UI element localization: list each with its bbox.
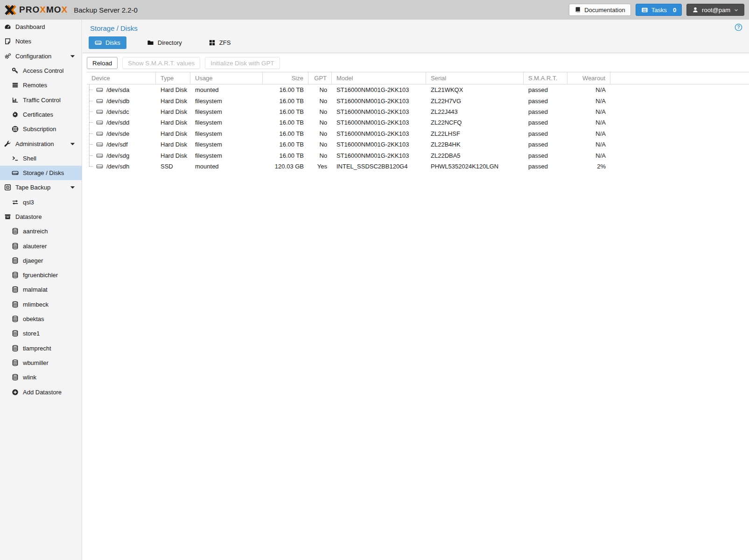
sidebar-item-configuration[interactable]: Configuration bbox=[0, 49, 82, 63]
sidebar-item-obektas[interactable]: obektas bbox=[0, 312, 82, 326]
database-icon bbox=[11, 315, 19, 322]
tab-label: Disks bbox=[105, 39, 120, 46]
table-row-dev-sdg[interactable]: /dev/sdgHard Diskfilesystem16.00 TBNoST1… bbox=[87, 150, 749, 161]
database-icon bbox=[11, 257, 19, 264]
brand-letter: MO bbox=[46, 5, 62, 14]
cell-serial: ZL22H7VG bbox=[426, 95, 524, 106]
chevron-down-icon[interactable] bbox=[69, 184, 76, 191]
sidebar-item-malmalat[interactable]: malmalat bbox=[0, 282, 82, 297]
cell-type: Hard Disk bbox=[156, 84, 190, 95]
table-row-dev-sde[interactable]: /dev/sdeHard Diskfilesystem16.00 TBNoST1… bbox=[87, 128, 749, 139]
table-row-dev-sdf[interactable]: /dev/sdfHard Diskfilesystem16.00 TBNoST1… bbox=[87, 139, 749, 150]
sidebar-item-notes[interactable]: Notes bbox=[0, 34, 82, 49]
table-row-dev-sdb[interactable]: /dev/sdbHard Diskfilesystem16.00 TBNoST1… bbox=[87, 95, 749, 106]
initialize-disk-with-gpt-button: Initialize Disk with GPT bbox=[205, 57, 280, 69]
sidebar-item-store1[interactable]: store1 bbox=[0, 326, 82, 341]
cell-model: ST16000NM001G-2KK103 bbox=[332, 95, 426, 106]
sidebar-item-label: Dashboard bbox=[15, 23, 45, 30]
table-row-dev-sdh[interactable]: /dev/sdhSSDmounted120.03 GBYesINTEL_SSDS… bbox=[87, 161, 749, 172]
chevron-down-icon[interactable] bbox=[69, 53, 76, 60]
hdd-icon bbox=[95, 39, 102, 46]
sidebar-item-label: wlink bbox=[23, 374, 36, 381]
column-header-usage[interactable]: Usage bbox=[190, 72, 263, 84]
reload-button[interactable]: Reload bbox=[87, 57, 118, 69]
sidebar-item-datastore[interactable]: Datastore bbox=[0, 210, 82, 224]
plus-circle-icon bbox=[11, 389, 19, 396]
lifering-icon bbox=[11, 126, 19, 133]
sidebar-item-storage-disks[interactable]: Storage / Disks bbox=[0, 166, 82, 180]
sidebar-item-mlimbeck[interactable]: mlimbeck bbox=[0, 297, 82, 312]
cell-device: /dev/sde bbox=[87, 128, 156, 139]
wrench-icon bbox=[4, 140, 11, 147]
chevron-down-icon[interactable] bbox=[69, 140, 76, 147]
tasks-button[interactable]: Tasks 0 bbox=[636, 4, 682, 16]
sidebar-item-shell[interactable]: Shell bbox=[0, 151, 82, 166]
sidebar-item-label: Subscription bbox=[23, 126, 56, 133]
sidebar-item-tape-backup[interactable]: Tape Backup bbox=[0, 180, 82, 195]
cell-wearout: N/A bbox=[567, 117, 610, 128]
sidebar-item-administration[interactable]: Administration bbox=[0, 136, 82, 151]
column-header-serial[interactable]: Serial bbox=[426, 72, 524, 84]
cell-serial: PHWL5352024K120LGN bbox=[426, 161, 524, 172]
sidebar-item-alauterer[interactable]: alauterer bbox=[0, 238, 82, 253]
cell-smart: passed bbox=[524, 117, 567, 128]
cell-model: ST16000NM001G-2KK103 bbox=[332, 139, 426, 150]
sidebar-item-dashboard[interactable]: Dashboard bbox=[0, 20, 82, 34]
question-circle-icon: ? bbox=[735, 23, 742, 31]
documentation-button[interactable]: Documentation bbox=[569, 4, 630, 16]
device-label: /dev/sde bbox=[106, 130, 129, 137]
table-row-dev-sdd[interactable]: /dev/sddHard Diskfilesystem16.00 TBNoST1… bbox=[87, 117, 749, 128]
sidebar-item-djaeger[interactable]: djaeger bbox=[0, 253, 82, 268]
column-header-size[interactable]: Size bbox=[263, 72, 308, 84]
tab-directory[interactable]: Directory bbox=[141, 36, 188, 49]
device-label: /dev/sdd bbox=[106, 119, 129, 126]
cell-model: ST16000NM001G-2KK103 bbox=[332, 128, 426, 139]
sidebar-item-subscription[interactable]: Subscription bbox=[0, 122, 82, 136]
sidebar-item-qsl3[interactable]: qsl3 bbox=[0, 195, 82, 210]
sidebar-item-access-control[interactable]: Access Control bbox=[0, 63, 82, 78]
sidebar-item-label: djaeger bbox=[23, 257, 43, 264]
user-menu-button[interactable]: root@pam bbox=[686, 4, 744, 16]
hdd-icon bbox=[96, 163, 103, 170]
sidebar: DashboardNotesConfigurationAccess Contro… bbox=[0, 20, 82, 560]
sidebar-item-wlink[interactable]: wlink bbox=[0, 370, 82, 385]
sidebar-item-label: Certificates bbox=[23, 111, 53, 118]
column-header-device[interactable]: Device bbox=[87, 72, 156, 84]
column-header-type[interactable]: Type bbox=[156, 72, 190, 84]
help-button[interactable]: ? bbox=[735, 23, 742, 33]
grid-icon bbox=[209, 39, 216, 46]
column-header-wearout[interactable]: Wearout bbox=[567, 72, 610, 84]
cell-smart: passed bbox=[524, 150, 567, 161]
sidebar-item-wbumiller[interactable]: wbumiller bbox=[0, 356, 82, 370]
sidebar-item-label: qsl3 bbox=[23, 199, 34, 206]
table-row-dev-sda[interactable]: /dev/sdaHard Diskmounted16.00 TBNoST1600… bbox=[87, 84, 749, 95]
key-icon bbox=[11, 67, 19, 74]
sidebar-item-certificates[interactable]: Certificates bbox=[0, 107, 82, 122]
column-header-gpt[interactable]: GPT bbox=[308, 72, 332, 84]
cell-model: ST16000NM001G-2KK103 bbox=[332, 84, 426, 95]
column-header-smart[interactable]: S.M.A.R.T. bbox=[524, 72, 567, 84]
sidebar-item-traffic-control[interactable]: Traffic Control bbox=[0, 92, 82, 107]
device-label: /dev/sdf bbox=[106, 141, 128, 148]
tab-zfs[interactable]: ZFS bbox=[203, 36, 237, 49]
column-header-model[interactable]: Model bbox=[332, 72, 426, 84]
sidebar-item-aantreich[interactable]: aantreich bbox=[0, 224, 82, 238]
cell-size: 16.00 TB bbox=[263, 106, 308, 117]
cell-usage: filesystem bbox=[190, 150, 263, 161]
cell-serial: ZL21WKQX bbox=[426, 84, 524, 95]
cell-gpt: No bbox=[308, 84, 332, 95]
cell-usage: filesystem bbox=[190, 95, 263, 106]
sidebar-item-tlamprecht[interactable]: tlamprecht bbox=[0, 341, 82, 356]
sidebar-item-label: Add Datastore bbox=[23, 389, 62, 396]
tree-elbow bbox=[89, 155, 93, 156]
brand-letter: X bbox=[61, 5, 68, 14]
cell-smart: passed bbox=[524, 128, 567, 139]
server-icon bbox=[11, 82, 19, 89]
tab-disks[interactable]: Disks bbox=[89, 36, 126, 49]
sidebar-item-label: aantreich bbox=[23, 228, 48, 235]
table-row-dev-sdc[interactable]: /dev/sdcHard Diskfilesystem16.00 TBNoST1… bbox=[87, 106, 749, 117]
cell-type: Hard Disk bbox=[156, 139, 190, 150]
sidebar-item-fgruenbichler[interactable]: fgruenbichler bbox=[0, 268, 82, 282]
sidebar-item-remotes[interactable]: Remotes bbox=[0, 78, 82, 92]
sidebar-item-add-datastore[interactable]: Add Datastore bbox=[0, 385, 82, 399]
